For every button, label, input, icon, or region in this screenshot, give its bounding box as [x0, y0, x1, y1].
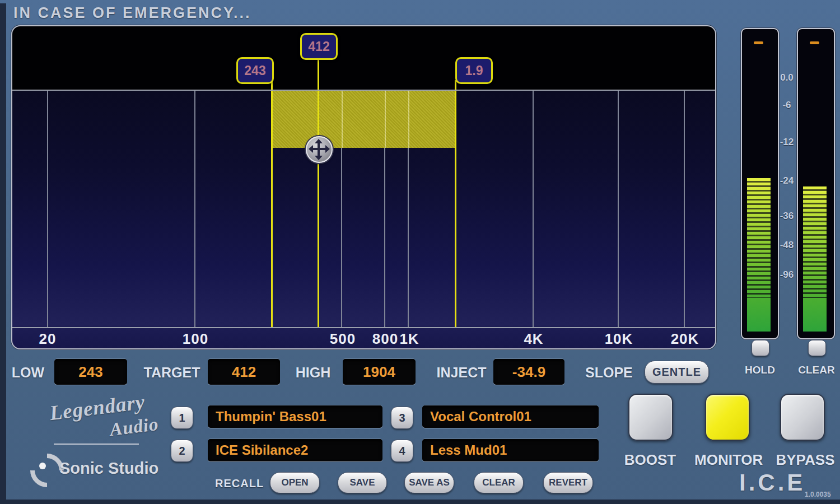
boost-label: BOOST	[624, 451, 676, 469]
high-label: HIGH	[293, 365, 333, 381]
preset-4-button[interactable]: 4	[391, 440, 413, 462]
recall-label: RECALL	[215, 477, 264, 490]
low-handle-line[interactable]	[271, 80, 273, 327]
arrow-up-icon	[315, 139, 323, 143]
freq-tick-label: 500	[330, 330, 356, 348]
frequency-band[interactable]	[272, 91, 455, 148]
window-edge-bottom	[0, 500, 840, 504]
band-move-handle[interactable]	[306, 136, 333, 163]
preset-2-button[interactable]: 2	[171, 440, 193, 462]
preset-1-button[interactable]: 1	[171, 407, 193, 429]
monitor-label: MONITOR	[694, 451, 762, 469]
monitor-button[interactable]	[705, 394, 750, 441]
open-button[interactable]: OPEN	[270, 472, 320, 493]
high-value-field[interactable]: 1904	[343, 359, 416, 385]
peak-hold-indicator	[754, 41, 763, 44]
low-label: LOW	[10, 365, 46, 381]
arrow-down-icon	[315, 156, 323, 160]
target-value-field[interactable]: 412	[208, 359, 280, 385]
db-scale-label: 0.0	[777, 72, 796, 83]
sonic-dot	[39, 463, 46, 469]
low-freq-tag[interactable]: 243	[236, 57, 274, 84]
meter-left-level	[747, 178, 771, 332]
arrow-right-icon	[325, 145, 330, 153]
led-segments	[747, 178, 771, 298]
gridline-10k	[618, 91, 619, 327]
gridline-20	[47, 91, 48, 327]
save-button[interactable]: SAVE	[338, 472, 387, 493]
bypass-label: BYPASS	[774, 451, 837, 469]
sonic-studio-icon	[28, 451, 57, 480]
move-cross-horizontal	[311, 148, 326, 150]
band-gridline-800	[385, 91, 386, 148]
freq-tick-label: 100	[183, 330, 208, 348]
clear-preset-button[interactable]: CLEAR	[474, 472, 524, 493]
band-gridline-1k	[408, 91, 409, 148]
save-as-button[interactable]: SAVE AS	[404, 472, 454, 493]
meter-right	[797, 28, 835, 339]
db-scale-label: -24	[777, 175, 796, 186]
db-scale-label: -6	[777, 100, 796, 111]
target-handle-line[interactable]	[318, 56, 319, 327]
freq-tick-label: 800	[372, 330, 398, 348]
freq-tick-label: 20	[39, 330, 57, 348]
inject-label: INJECT	[436, 365, 487, 381]
ice-product-logo: I.C.E	[739, 469, 805, 496]
band-gridline-500	[342, 91, 343, 148]
sonic-studio-logo: Sonic Studio	[59, 459, 158, 478]
preset-1-name-field[interactable]: Thumpin' Bass01	[208, 405, 382, 428]
freq-tick-label: 4K	[524, 330, 543, 348]
low-value-field[interactable]: 243	[54, 359, 127, 385]
preset-4-name-field[interactable]: Less Mud01	[422, 439, 599, 461]
inject-value-field[interactable]: -34.9	[493, 359, 564, 385]
gridline-20k	[684, 91, 685, 327]
meter-right-level	[803, 186, 827, 332]
gridline-4k	[533, 91, 534, 327]
legendary-audio-logo: Audio	[109, 414, 160, 440]
spectrum-display: 243 412 1.9 20 100 500 800 1K 4K 10K 20K	[11, 25, 716, 349]
preset-3-button[interactable]: 3	[391, 407, 413, 429]
target-freq-tag[interactable]: 412	[300, 33, 338, 60]
slope-label: SLOPE	[585, 365, 632, 381]
target-label: TARGET	[143, 365, 200, 381]
hold-button[interactable]	[752, 340, 769, 356]
revert-button[interactable]: REVERT	[543, 472, 593, 493]
freq-tick-label: 20K	[671, 330, 699, 348]
led-segments	[803, 186, 827, 298]
slope-gentle-button[interactable]: GENTLE	[645, 361, 709, 384]
db-scale-label: -48	[777, 240, 796, 251]
arrow-left-icon	[309, 145, 313, 153]
db-scale-label: -36	[777, 211, 796, 222]
zero-db-line	[12, 90, 715, 91]
high-handle-line[interactable]	[455, 80, 456, 327]
brand-divider	[54, 444, 139, 445]
boost-button[interactable]	[628, 394, 673, 441]
version-number: 1.0.0035	[805, 491, 831, 498]
bypass-button[interactable]	[780, 394, 825, 441]
clear-meter-button[interactable]	[808, 340, 826, 356]
clear-label: CLEAR	[795, 364, 838, 376]
db-scale-label: -96	[777, 269, 796, 281]
high-freq-tag[interactable]: 1.9	[455, 57, 493, 84]
freq-tick-label: 1K	[399, 330, 419, 348]
preset-2-name-field[interactable]: ICE Sibilance2	[208, 439, 382, 461]
plugin-title: IN CASE OF EMERGENCY...	[13, 4, 251, 22]
freq-tick-label: 10K	[605, 330, 633, 348]
peak-hold-indicator	[810, 41, 819, 44]
hold-label: HOLD	[740, 364, 780, 376]
gridline-100	[194, 91, 195, 327]
preset-3-name-field[interactable]: Vocal Control01	[422, 405, 599, 428]
window-edge-left	[0, 3, 6, 504]
db-scale-label: -12	[777, 137, 796, 148]
frequency-axis-line	[12, 327, 715, 328]
meter-left	[741, 28, 779, 339]
plugin-window: IN CASE OF EMERGENCY... 243 412 1.9	[0, 0, 840, 504]
